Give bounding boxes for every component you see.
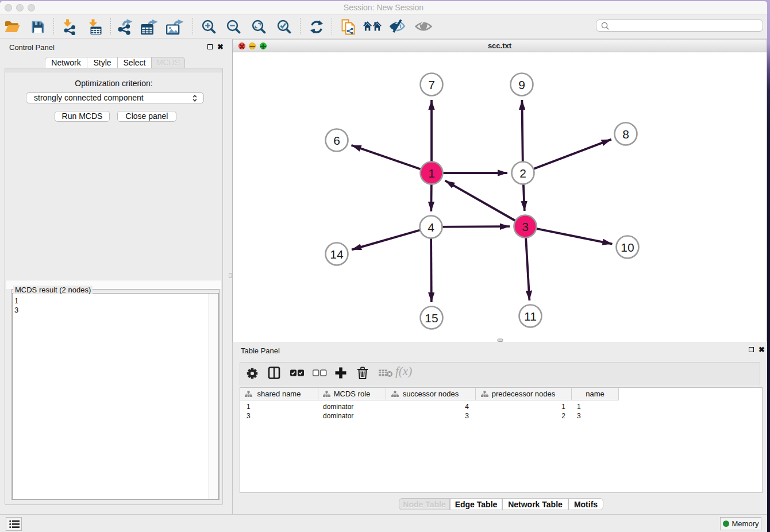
svg-text:3: 3 [522,220,529,233]
svg-text:14: 14 [330,248,344,261]
svg-text:8: 8 [622,128,629,141]
svg-text:7: 7 [428,78,435,91]
svg-text:2: 2 [519,167,526,180]
svg-text:1: 1 [428,167,435,180]
svg-text:4: 4 [428,221,434,234]
svg-text:10: 10 [621,241,634,254]
svg-text:6: 6 [333,134,340,147]
svg-text:15: 15 [425,311,438,325]
svg-text:9: 9 [518,78,525,91]
svg-text:11: 11 [524,310,537,323]
